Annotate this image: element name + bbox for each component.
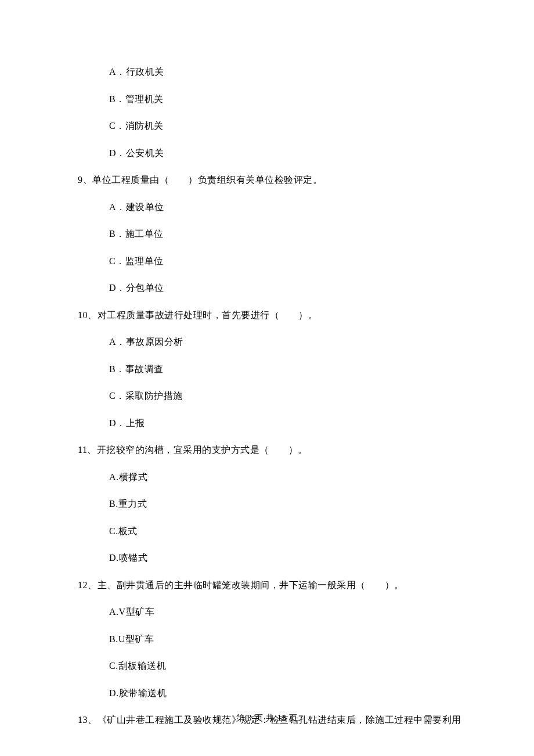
q9-option-b: B．施工单位 bbox=[0, 229, 534, 239]
q12-option-c: C.刮板输送机 bbox=[0, 661, 534, 671]
q11-option-a: A.横撑式 bbox=[0, 473, 534, 482]
q12-option-b: B.U型矿车 bbox=[0, 635, 534, 644]
q10-option-a: A．事故原因分析 bbox=[0, 337, 534, 347]
q8-option-c: C．消防机关 bbox=[0, 121, 534, 131]
q9-text: 9、单位工程质量由（ ）负责组织有关单位检验评定。 bbox=[0, 175, 534, 185]
q8-option-d: D．公安机关 bbox=[0, 149, 534, 158]
q10-option-c: C．采取防护措施 bbox=[0, 391, 534, 401]
page-footer: 第 3 页 共 13 页 bbox=[0, 713, 534, 723]
document-page: A．行政机关 B．管理机关 C．消防机关 D．公安机关 9、单位工程质量由（ ）… bbox=[0, 0, 534, 756]
q12-option-d: D.胶带输送机 bbox=[0, 689, 534, 698]
q12-text: 12、主、副井贯通后的主井临时罐笼改装期间，井下运输一般采用（ ）。 bbox=[0, 581, 534, 590]
q10-text: 10、对工程质量事故进行处理时，首先要进行（ ）。 bbox=[0, 311, 534, 320]
q9-option-d: D．分包单位 bbox=[0, 283, 534, 293]
q10-option-d: D．上报 bbox=[0, 419, 534, 428]
q8-option-a: A．行政机关 bbox=[0, 67, 534, 77]
q10-option-b: B．事故调查 bbox=[0, 365, 534, 374]
q12-option-a: A.V型矿车 bbox=[0, 607, 534, 617]
q11-option-b: B.重力式 bbox=[0, 499, 534, 509]
q9-option-c: C．监理单位 bbox=[0, 257, 534, 266]
q8-option-b: B．管理机关 bbox=[0, 95, 534, 104]
q11-option-d: D.喷锚式 bbox=[0, 553, 534, 563]
q9-option-a: A．建设单位 bbox=[0, 203, 534, 212]
q11-option-c: C.板式 bbox=[0, 527, 534, 536]
q11-text: 11、开挖较窄的沟槽，宜采用的支护方式是（ ）。 bbox=[0, 445, 534, 455]
